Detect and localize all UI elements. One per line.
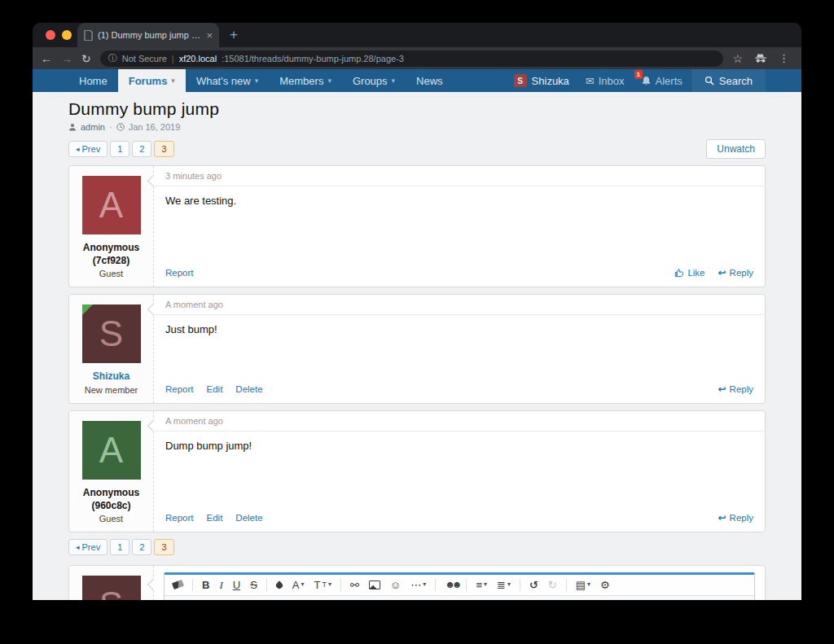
smilies-button[interactable]: ☺: [385, 580, 406, 590]
thread-author[interactable]: admin: [81, 122, 105, 132]
browser-menu-icon[interactable]: ⋮: [779, 52, 790, 64]
address-bar[interactable]: ⓘ Not Secure | xf20.local:15081/threads/…: [100, 50, 724, 67]
redo-button[interactable]: ↻: [543, 580, 562, 590]
chevron-down-icon[interactable]: ▾: [171, 77, 175, 85]
editor-settings-button[interactable]: ⚙: [595, 580, 615, 590]
tab-title: (1) Dummy bump jump | Page 3: [98, 30, 201, 40]
info-icon[interactable]: ⓘ: [108, 52, 117, 64]
avatar[interactable]: A: [82, 421, 141, 480]
post-3: A Anonymous (960c8c) Guest A moment ago …: [68, 410, 766, 532]
post-header: A moment ago: [154, 295, 765, 315]
bookmark-star-icon[interactable]: ☆: [732, 52, 743, 65]
unwatch-button[interactable]: Unwatch: [706, 139, 766, 159]
edit-link[interactable]: Edit: [207, 513, 223, 523]
nav-item-news[interactable]: News: [406, 69, 454, 92]
insert-image-button[interactable]: [364, 580, 385, 589]
navbar-tabs: Home Forums▾ What's new▾ Members▾ Groups…: [68, 69, 506, 92]
browser-tab[interactable]: (1) Dummy bump jump | Page 3 ×: [77, 23, 219, 47]
strikethrough-button[interactable]: S: [245, 580, 262, 590]
reply-link[interactable]: ↩ Reply: [718, 267, 753, 278]
nav-item-home[interactable]: Home: [68, 69, 118, 92]
window-minimize-button[interactable]: [62, 30, 72, 40]
window-close-button[interactable]: [46, 30, 55, 40]
font-family-button[interactable]: A▾: [288, 580, 309, 590]
chevron-down-icon[interactable]: ▾: [327, 77, 331, 85]
account-menu[interactable]: S Shizuka: [506, 69, 577, 92]
user-title: New member: [76, 385, 147, 395]
like-link[interactable]: Like: [674, 268, 705, 278]
chevron-down-icon[interactable]: ▾: [255, 77, 259, 85]
chevron-down-icon: ▾: [484, 581, 487, 588]
browser-window: (1) Dummy bump jump | Page 3 × + ← → ↻ ⓘ…: [33, 23, 801, 600]
pagination-page-2[interactable]: 2: [132, 539, 151, 555]
pagination-page-3-current[interactable]: 3: [154, 141, 173, 157]
back-button[interactable]: ←: [41, 53, 52, 64]
quick-reply: S B I U S: [68, 565, 766, 600]
reply-link[interactable]: ↩ Reply: [718, 512, 753, 524]
chevron-down-icon: ▾: [507, 581, 511, 588]
inbox-link[interactable]: ✉ Inbox: [577, 69, 633, 92]
bell-icon: 1: [641, 76, 652, 86]
avatar[interactable]: S: [82, 304, 141, 363]
url-path: :15081/threads/dummy-bump-jump.28/page-3: [222, 54, 404, 64]
nav-item-whats-new[interactable]: What's new▾: [186, 69, 269, 92]
delete-link[interactable]: Delete: [235, 384, 262, 394]
undo-button[interactable]: ↺: [525, 580, 543, 590]
report-link[interactable]: Report: [165, 268, 194, 278]
reply-link[interactable]: ↩ Reply: [718, 383, 753, 395]
thread-date[interactable]: Jan 16, 2019: [129, 122, 181, 132]
report-link[interactable]: Report: [165, 384, 194, 394]
post-author[interactable]: Shizuka: [76, 370, 147, 383]
font-size-button[interactable]: TT▾: [309, 580, 336, 590]
incognito-icon: [754, 53, 767, 64]
text-color-button[interactable]: [271, 580, 288, 589]
chevron-down-icon: ▾: [328, 581, 331, 588]
pagination-prev-button[interactable]: ◂Prev: [68, 539, 108, 555]
list-button[interactable]: ≣▾: [492, 580, 516, 590]
nav-item-members[interactable]: Members▾: [269, 69, 342, 92]
editor-toolbar: B I U S A▾ TT▾ ⚯ ☺: [165, 575, 754, 596]
security-label: Not Secure: [122, 54, 167, 64]
more-options-button[interactable]: ⋯▾: [406, 580, 431, 590]
italic-button[interactable]: I: [214, 580, 227, 590]
prev-arrow-icon: ◂: [76, 543, 80, 551]
mention-group-button[interactable]: ☻☻: [440, 580, 462, 589]
search-button[interactable]: Search: [691, 69, 766, 92]
nav-item-groups[interactable]: Groups▾: [342, 69, 406, 92]
reply-input[interactable]: Write your reply...: [165, 596, 754, 600]
pagination-prev-button[interactable]: ◂Prev: [68, 141, 108, 157]
post-timestamp[interactable]: A moment ago: [165, 416, 223, 426]
chevron-down-icon: ▾: [301, 581, 304, 588]
pagination-page-2[interactable]: 2: [132, 141, 151, 157]
avatar[interactable]: A: [82, 176, 141, 234]
drafts-button[interactable]: ▤▾: [571, 580, 595, 590]
post-body: Dump bump jump!: [154, 432, 765, 508]
bold-button[interactable]: B: [197, 580, 214, 590]
person-icon: [68, 123, 77, 131]
user-avatar[interactable]: S: [514, 74, 527, 87]
pagination-page-3-current[interactable]: 3: [154, 539, 173, 555]
underline-button[interactable]: U: [228, 580, 245, 590]
pagination-top: ◂Prev 1 2 3: [68, 141, 174, 157]
edit-link[interactable]: Edit: [207, 384, 223, 394]
alignment-button[interactable]: ≡▾: [471, 580, 492, 590]
remove-format-button[interactable]: [168, 581, 188, 588]
post-timestamp[interactable]: A moment ago: [165, 300, 223, 309]
insert-link-button[interactable]: ⚯: [345, 580, 364, 590]
reload-button[interactable]: ↻: [81, 53, 91, 64]
browser-toolbar: ← → ↻ ⓘ Not Secure | xf20.local:15081/th…: [33, 47, 801, 69]
alerts-link[interactable]: 1 Alerts: [633, 69, 691, 92]
post-timestamp[interactable]: 3 minutes ago: [165, 171, 222, 181]
nav-item-forums[interactable]: Forums▾: [118, 69, 186, 92]
tab-close-icon[interactable]: ×: [206, 30, 213, 41]
avatar[interactable]: S: [82, 576, 141, 600]
pagination-page-1[interactable]: 1: [110, 141, 129, 157]
delete-link[interactable]: Delete: [235, 513, 262, 523]
reply-user-cell: S: [69, 566, 154, 600]
meta-separator: ·: [109, 122, 112, 132]
pagination-page-1[interactable]: 1: [110, 539, 129, 555]
new-tab-button[interactable]: +: [230, 27, 238, 43]
report-link[interactable]: Report: [165, 513, 194, 523]
forward-button[interactable]: →: [61, 53, 72, 64]
chevron-down-icon[interactable]: ▾: [392, 77, 396, 85]
